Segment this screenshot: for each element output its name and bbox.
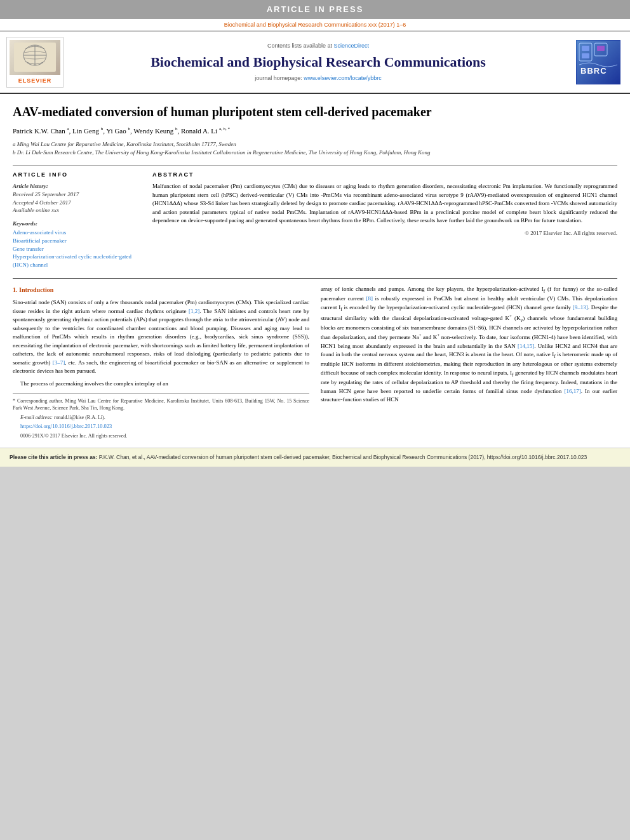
- bbrc-logo-area: BBRC: [573, 37, 624, 88]
- history-section: Article history: Received 25 September 2…: [13, 182, 140, 214]
- section1-heading: 1. Introduction: [13, 285, 309, 295]
- history-label: Article history:: [13, 182, 140, 190]
- citation-text: P.K.W. Chan, et al., AAV-mediated conver…: [99, 454, 587, 460]
- article-info-heading: ARTICLE INFO: [13, 171, 140, 179]
- elsevier-label: ELSEVIER: [18, 77, 52, 85]
- article-in-press-banner: ARTICLE IN PRESS: [0, 0, 630, 19]
- divider-info: [13, 165, 617, 166]
- authors-line: Patrick K.W. Chan a, Lin Geng b, Yi Gao …: [13, 126, 617, 136]
- article-info-panel: ARTICLE INFO Article history: Received 2…: [13, 171, 140, 269]
- ref-3-7[interactable]: [3–7]: [53, 359, 65, 366]
- svg-text:BBRC: BBRC: [580, 66, 607, 76]
- body-divider: [13, 278, 617, 279]
- contents-line: Contents lists available at ScienceDirec…: [267, 42, 369, 50]
- sciencedirect-link[interactable]: ScienceDirect: [334, 43, 370, 49]
- body-columns: 1. Introduction Sino-atrial node (SAN) c…: [13, 285, 617, 441]
- affiliation-a: a Ming Wai Lau Centre for Reparative Med…: [13, 140, 617, 149]
- abstract-heading: ABSTRACT: [152, 171, 617, 179]
- left-body-p1: Sino-atrial node (SAN) consists of only …: [13, 298, 309, 376]
- svg-rect-6: [582, 46, 589, 51]
- footnote-email-label: E-mail address:: [20, 415, 53, 420]
- bbrc-image: BBRC: [577, 41, 620, 84]
- page: ARTICLE IN PRESS Biochemical and Biophys…: [0, 0, 630, 467]
- copyright-line: © 2017 Elsevier Inc. All rights reserved…: [152, 229, 617, 237]
- keywords-section: Keywords: Adeno-associated virus Bioarti…: [13, 220, 140, 269]
- citation-label: Please cite this article in press as:: [10, 454, 97, 460]
- journal-header: ELSEVIER Contents lists available at Sci…: [0, 32, 630, 95]
- journal-citation: Biochemical and Biophysical Research Com…: [224, 22, 406, 28]
- body-right-col: array of ionic channels and pumps. Among…: [321, 285, 617, 441]
- accepted-date: Accepted 4 October 2017: [13, 199, 140, 207]
- received-date: Received 25 September 2017: [13, 190, 140, 199]
- abstract-section: ABSTRACT Malfunction of nodal pacemaker …: [152, 171, 617, 269]
- ref-16-17[interactable]: [16,17]: [564, 388, 580, 394]
- journal-title-header: Biochemical and Biophysical Research Com…: [151, 53, 486, 72]
- available-date: Available online xxx: [13, 206, 140, 215]
- abstract-text: Malfunction of nodal pacemaker (Pm) card…: [152, 182, 617, 225]
- journal-homepage-line: journal homepage: www.elsevier.com/locat…: [255, 74, 382, 83]
- doi-line: https://doi.org/10.1016/j.bbrc.2017.10.0…: [13, 423, 309, 430]
- info-abstract-row: ARTICLE INFO Article history: Received 2…: [13, 171, 617, 269]
- keyword-3[interactable]: Gene transfer: [13, 245, 140, 253]
- keyword-4[interactable]: Hyperpolarization-activated cyclic nucle…: [13, 253, 140, 269]
- svg-rect-9: [597, 46, 605, 51]
- bottom-citation-bar: Please cite this article in press as: P.…: [0, 448, 630, 467]
- contents-prefix: Contents lists available at: [267, 43, 334, 49]
- banner-text: ARTICLE IN PRESS: [267, 4, 364, 14]
- keyword-1[interactable]: Adeno-associated virus: [13, 229, 140, 237]
- article-title: AAV-mediated conversion of human pluripo…: [13, 103, 617, 120]
- homepage-url[interactable]: www.elsevier.com/locate/ybbrc: [304, 75, 382, 81]
- elsevier-logo: ELSEVIER: [6, 37, 64, 88]
- footnote-email: E-mail address: ronald.li@kise (R.A. Li)…: [13, 414, 309, 421]
- keywords-label: Keywords:: [13, 220, 140, 228]
- bbrc-box: BBRC: [576, 40, 620, 84]
- ref-14-15[interactable]: [14,15]: [518, 343, 534, 349]
- journal-top-line: Biochemical and Biophysical Research Com…: [0, 19, 630, 32]
- footnotes-section: * Corresponding author. Ming Wai Lau Cen…: [13, 393, 309, 439]
- doi-link[interactable]: https://doi.org/10.1016/j.bbrc.2017.10.0…: [20, 423, 112, 429]
- affiliations: a Ming Wai Lau Centre for Reparative Med…: [13, 140, 617, 157]
- article-content: AAV-mediated conversion of human pluripo…: [0, 94, 630, 448]
- ref-9-13[interactable]: [9–13]: [573, 304, 588, 310]
- keyword-2[interactable]: Bioartificial pacemaker: [13, 237, 140, 245]
- svg-rect-7: [582, 53, 589, 58]
- homepage-prefix: journal homepage:: [255, 75, 304, 81]
- body-left-col: 1. Introduction Sino-atrial node (SAN) c…: [13, 285, 309, 441]
- affiliation-b: b Dr. Li Dak-Sum Research Centre, The Un…: [13, 149, 617, 157]
- left-body-p2: The process of pacemaking involves the c…: [13, 380, 309, 389]
- ref-1-2[interactable]: [1,2]: [189, 308, 199, 314]
- journal-center: Contents lists available at ScienceDirec…: [70, 37, 566, 88]
- ref-8[interactable]: [8]: [366, 295, 373, 302]
- elsevier-svg: [13, 41, 57, 73]
- authors-text: Patrick K.W. Chan a, Lin Geng b, Yi Gao …: [13, 127, 230, 135]
- right-body-p1: array of ionic channels and pumps. Among…: [321, 285, 617, 404]
- footnote-star: * Corresponding author. Ming Wai Lau Cen…: [13, 397, 309, 411]
- footnote-email-value: ronald.li@kise (R.A. Li).: [54, 415, 105, 420]
- issn-line: 0006-291X/© 2017 Elsevier Inc. All right…: [13, 432, 309, 439]
- elsevier-image: [10, 40, 60, 75]
